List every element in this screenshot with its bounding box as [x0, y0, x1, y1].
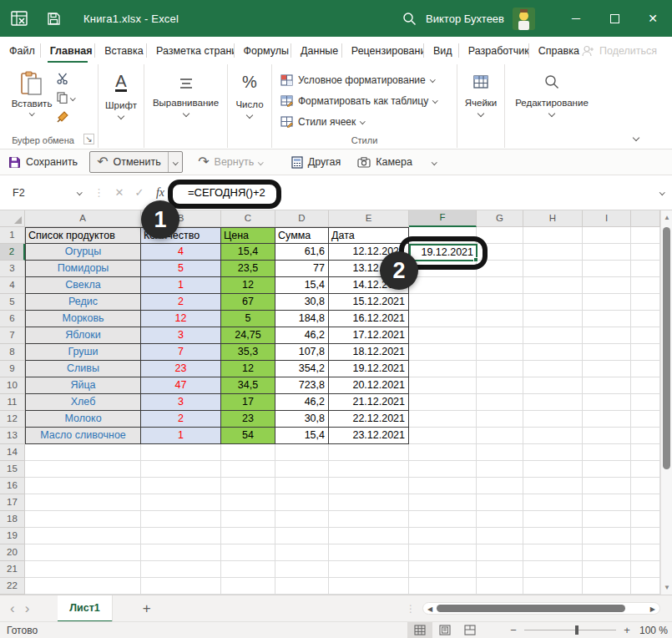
cell-I22[interactable] [583, 578, 631, 595]
next-sheet-icon[interactable]: › [25, 600, 40, 617]
tab-7[interactable]: Рецензировани [342, 37, 423, 64]
cell-C12[interactable]: 23 [221, 411, 275, 428]
row-header-13[interactable]: 13 [0, 428, 25, 444]
cell-J21[interactable] [631, 561, 660, 578]
cell-J19[interactable] [631, 528, 660, 544]
cell-J22[interactable] [631, 578, 660, 595]
cell-D11[interactable]: 46,2 [275, 394, 329, 411]
cell-B21[interactable] [141, 561, 221, 578]
cell-G5[interactable] [477, 294, 523, 311]
cell-B6[interactable]: 12 [141, 311, 221, 327]
cell-H21[interactable] [523, 561, 583, 578]
cell-G16[interactable] [477, 478, 523, 494]
excel-app-icon[interactable] [0, 0, 38, 37]
column-header-G[interactable]: G [477, 210, 523, 227]
cell-G7[interactable] [477, 327, 523, 344]
cell-J18[interactable] [631, 511, 660, 528]
cell-A7[interactable]: Яблоки [25, 327, 141, 344]
cell-C9[interactable]: 12 [221, 361, 275, 377]
cell-J20[interactable] [631, 544, 660, 561]
cell-F16[interactable] [409, 478, 477, 494]
cell-C14[interactable] [221, 444, 275, 461]
cell-H20[interactable] [523, 544, 583, 561]
cell-A21[interactable] [25, 561, 141, 578]
cell-C6[interactable]: 5 [221, 311, 275, 327]
cell-H4[interactable] [523, 277, 583, 294]
alignment-group[interactable]: Выравнивание [144, 64, 228, 148]
cell-E16[interactable] [329, 478, 409, 494]
zoom-out-button[interactable]: − [508, 624, 519, 636]
cell-C7[interactable]: 24,75 [221, 327, 275, 344]
cell-D10[interactable]: 723,8 [275, 377, 329, 394]
cell-I18[interactable] [583, 511, 631, 528]
cell-D3[interactable]: 77 [275, 261, 329, 277]
cell-J3[interactable] [631, 261, 660, 277]
cell-J7[interactable] [631, 327, 660, 344]
tab-8[interactable]: Вид [424, 37, 458, 64]
cell-B20[interactable] [141, 544, 221, 561]
copy-icon[interactable] [57, 92, 68, 104]
formula-bar-expand-chevron[interactable] [659, 190, 664, 195]
cell-E11[interactable]: 21.12.2021 [329, 394, 409, 411]
cell-E6[interactable]: 16.12.2021 [329, 311, 409, 327]
cell-F18[interactable] [409, 511, 477, 528]
cell-H10[interactable] [523, 377, 583, 394]
cell-G8[interactable] [477, 344, 523, 361]
cell-C18[interactable] [221, 511, 275, 528]
cell-A19[interactable] [25, 528, 141, 544]
cell-C15[interactable] [221, 461, 275, 478]
cell-A15[interactable] [25, 461, 141, 478]
cell-B19[interactable] [141, 528, 221, 544]
cell-J12[interactable] [631, 411, 660, 428]
cell-A22[interactable] [25, 578, 141, 595]
cell-F15[interactable] [409, 461, 477, 478]
column-header-partial[interactable] [631, 210, 660, 227]
cell-G19[interactable] [477, 528, 523, 544]
vertical-scroll-thumb[interactable] [663, 227, 670, 469]
cell-J8[interactable] [631, 344, 660, 361]
conditional-formatting-button[interactable]: Условное форматирование [272, 69, 457, 90]
cell-H12[interactable] [523, 411, 583, 428]
cell-G10[interactable] [477, 377, 523, 394]
qat-overflow-chevron[interactable] [432, 160, 437, 165]
cell-C11[interactable]: 17 [221, 394, 275, 411]
minimize-button[interactable]: ─ [557, 0, 595, 37]
cell-E13[interactable]: 23.12.2021 [329, 428, 409, 444]
cell-E21[interactable] [329, 561, 409, 578]
row-header-21[interactable]: 21 [0, 561, 25, 578]
redo-button[interactable]: ↷ Вернуть [189, 151, 271, 173]
cell-C19[interactable] [221, 528, 275, 544]
cell-A11[interactable]: Хлеб [25, 394, 141, 411]
close-button[interactable]: ✕ [634, 0, 672, 37]
cell-J17[interactable] [631, 494, 660, 511]
cell-C8[interactable]: 35,3 [221, 344, 275, 361]
cell-D9[interactable]: 354,2 [275, 361, 329, 377]
cell-B15[interactable] [141, 461, 221, 478]
scroll-right-icon[interactable]: ▶ [650, 605, 655, 613]
cell-H6[interactable] [523, 311, 583, 327]
row-header-10[interactable]: 10 [0, 377, 25, 394]
cell-D1[interactable]: Сумма [275, 227, 329, 244]
column-header-A[interactable]: A [25, 210, 141, 227]
cell-B13[interactable]: 1 [141, 428, 221, 444]
zoom-slider-thumb[interactable] [575, 625, 579, 635]
cell-C3[interactable]: 23,5 [221, 261, 275, 277]
cell-J1[interactable] [631, 227, 660, 244]
cell-B17[interactable] [141, 494, 221, 511]
horizontal-scrollbar[interactable]: ◀ ▶ [422, 602, 660, 615]
cell-A13[interactable]: Масло сливочное [25, 428, 141, 444]
cell-G13[interactable] [477, 428, 523, 444]
cell-J6[interactable] [631, 311, 660, 327]
cell-C10[interactable]: 34,5 [221, 377, 275, 394]
cell-G17[interactable] [477, 494, 523, 511]
cell-B22[interactable] [141, 578, 221, 595]
cell-A6[interactable]: Морковь [25, 311, 141, 327]
cell-E9[interactable]: 19.12.2021 [329, 361, 409, 377]
cell-D7[interactable]: 46,2 [275, 327, 329, 344]
cell-G6[interactable] [477, 311, 523, 327]
cell-F11[interactable] [409, 394, 477, 411]
zoom-slider[interactable] [524, 630, 616, 630]
row-header-22[interactable]: 22 [0, 578, 25, 595]
cell-B2[interactable]: 4 [141, 244, 221, 261]
cell-I9[interactable] [583, 361, 631, 377]
